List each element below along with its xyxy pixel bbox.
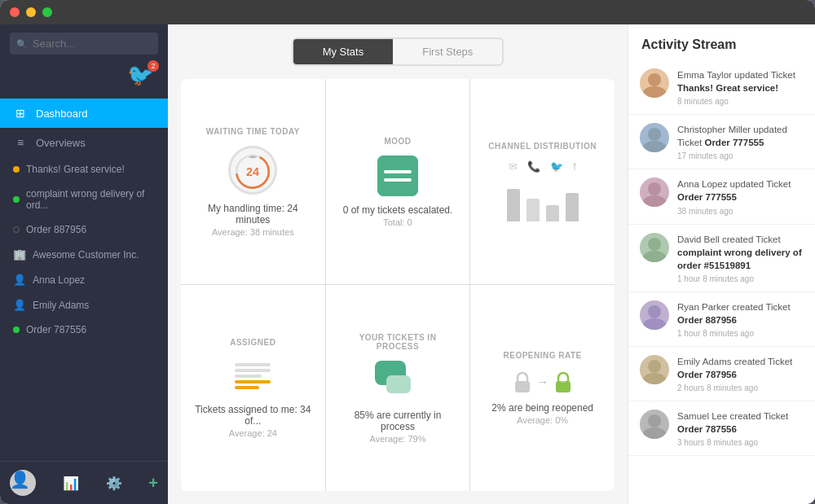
tab-first-steps[interactable]: First Steps <box>393 39 502 64</box>
stat-value: My handling time: 24 minutes <box>194 203 312 226</box>
add-icon[interactable]: + <box>148 474 158 493</box>
sidebar-item-anna[interactable]: 👤 Anna Lopez <box>0 267 168 292</box>
activity-text: Christopher Miller updated Ticket Order … <box>677 123 804 149</box>
activity-highlight: Order 777555 <box>704 138 764 147</box>
stat-channel: CHANNEL DISTRIBUTION ✉ 📞 🐦 f <box>470 79 615 284</box>
sidebar-item-order887956[interactable]: Order 887956 <box>0 217 168 242</box>
sidebar-footer: 👤 📊 ⚙️ + <box>0 461 168 504</box>
svg-rect-7 <box>384 178 412 182</box>
person-icon: 👤 <box>13 299 26 311</box>
list-item-label: Order 787556 <box>26 324 86 335</box>
channel-icons: ✉ 📞 🐦 f <box>509 160 576 173</box>
activity-person: Emma Taylor <box>677 70 732 80</box>
email-icon: ✉ <box>509 160 518 173</box>
list-item-label: Anna Lopez <box>33 274 85 286</box>
stat-subvalue: Average: 79% <box>370 434 426 444</box>
chat-icon <box>375 361 421 401</box>
activity-person: Christopher Miller <box>677 125 751 134</box>
timer-icon: 24 <box>228 146 277 195</box>
activity-item[interactable]: Emma Taylor updated Ticket Thanks! Great… <box>628 60 815 115</box>
svg-text:24: 24 <box>246 165 259 178</box>
activity-title: Activity Stream <box>628 24 815 60</box>
svg-point-13 <box>648 73 661 86</box>
activity-person: Ryan Parker <box>677 302 729 312</box>
maximize-button[interactable] <box>42 7 52 17</box>
activity-action: created Ticket <box>734 357 793 366</box>
tab-my-stats[interactable]: My Stats <box>293 39 394 64</box>
activity-time: 1 hour 8 minutes ago <box>677 329 804 338</box>
stack-icon <box>228 357 277 396</box>
activity-action: created Ticket <box>722 234 781 244</box>
activity-highlight: Order 777555 <box>677 192 737 202</box>
user-avatar[interactable]: 👤 <box>10 470 36 496</box>
list-item-label: complaint wrong delivery of ord... <box>26 188 155 211</box>
activity-text: Anna Lopez updated Ticket Order 777555 <box>677 177 804 204</box>
stat-label: REOPENING RATE <box>504 351 582 360</box>
brand-logo[interactable]: 🐦 2 <box>127 63 156 92</box>
stat-label: ASSIGNED <box>230 338 275 347</box>
activity-time: 8 minutes ago <box>677 97 804 106</box>
activity-item[interactable]: Anna Lopez updated Ticket Order 777555 3… <box>628 169 815 224</box>
activity-item[interactable]: Samuel Lee created Ticket Order 787556 3… <box>628 401 815 456</box>
tabs-container: My Stats First Steps <box>168 24 628 79</box>
activity-item[interactable]: Ryan Parker created Ticket Order 887956 … <box>628 292 815 347</box>
stat-label: WAITING TIME TODAY <box>206 127 300 136</box>
activity-content: Samuel Lee created Ticket Order 787556 3… <box>677 410 804 447</box>
list-item-label: Awesome Customer Inc. <box>33 249 139 261</box>
activity-panel: Activity Stream Emma Taylor updated Tick… <box>628 24 815 504</box>
stat-mood: MOOD 0 of my tickets escalated. Total: 0 <box>326 79 470 284</box>
activity-text: Emma Taylor updated Ticket Thanks! Great… <box>677 68 804 94</box>
sidebar-item-complaint[interactable]: complaint wrong delivery of ord... <box>0 182 168 217</box>
sidebar-item-thanks[interactable]: Thanks! Great service! <box>0 157 168 182</box>
sidebar-item-overviews[interactable]: ≡ Overviews <box>0 128 168 157</box>
stat-value: 85% are currently in process <box>339 410 457 432</box>
svg-point-15 <box>648 128 661 141</box>
activity-highlight: Order 887956 <box>677 315 737 325</box>
stat-reopening: REOPENING RATE → 2% are being <box>470 285 615 491</box>
stats-icon[interactable]: 📊 <box>63 476 79 491</box>
search-input[interactable] <box>10 33 158 55</box>
bar-email <box>507 189 520 221</box>
svg-point-14 <box>643 86 666 98</box>
mood-icon <box>377 156 418 196</box>
activity-item[interactable]: Emily Adams created Ticket Order 787956 … <box>628 347 815 401</box>
titlebar <box>0 0 815 24</box>
activity-avatar <box>640 123 669 152</box>
activity-item[interactable]: Christopher Miller updated Ticket Order … <box>628 115 815 169</box>
activity-time: 3 hours 8 minutes ago <box>677 438 804 447</box>
tab-group: My Stats First Steps <box>292 37 504 66</box>
activity-highlight: Order 787956 <box>677 370 737 379</box>
activity-person: Samuel Lee <box>677 411 727 421</box>
svg-rect-6 <box>384 170 412 173</box>
stat-value: Tickets assigned to me: 34 of... <box>194 404 312 427</box>
sidebar-item-order787556[interactable]: Order 787556 <box>0 318 168 342</box>
svg-rect-9 <box>386 375 411 393</box>
activity-avatar <box>640 410 669 439</box>
svg-rect-11 <box>556 381 570 392</box>
activity-person: David Bell <box>677 234 720 244</box>
stat-subvalue: Average: 38 minutes <box>212 227 294 237</box>
stat-label: YOUR TICKETS IN PROCESS <box>339 333 457 351</box>
close-button[interactable] <box>10 7 20 17</box>
svg-point-17 <box>648 182 661 195</box>
list-item-label: Emily Adams <box>33 300 89 311</box>
sidebar-item-emily[interactable]: 👤 Emily Adams <box>0 292 168 318</box>
stat-subvalue: Average: 0% <box>517 415 568 425</box>
activity-avatar <box>640 68 669 98</box>
sidebar-item-label: Overviews <box>36 137 86 149</box>
activity-content: Anna Lopez updated Ticket Order 777555 3… <box>677 177 804 215</box>
sidebar-item-awesome[interactable]: 🏢 Awesome Customer Inc. <box>0 242 168 267</box>
svg-point-20 <box>643 251 666 262</box>
phone-icon: 📞 <box>527 160 540 173</box>
settings-icon[interactable]: ⚙️ <box>106 476 122 491</box>
notification-badge: 2 <box>148 60 159 72</box>
building-icon: 🏢 <box>13 248 26 261</box>
minimize-button[interactable] <box>26 7 36 17</box>
sidebar-item-dashboard[interactable]: ⊞ Dashboard <box>0 99 168 128</box>
activity-item[interactable]: David Bell created Ticket complaint wron… <box>628 225 815 292</box>
activity-content: David Bell created Ticket complaint wron… <box>677 233 804 283</box>
activity-action: updated Ticket <box>730 179 791 189</box>
twitter-icon: 🐦 <box>550 160 563 173</box>
stat-label: CHANNEL DISTRIBUTION <box>488 142 597 151</box>
activity-highlight: Thanks! Great service! <box>677 83 778 93</box>
